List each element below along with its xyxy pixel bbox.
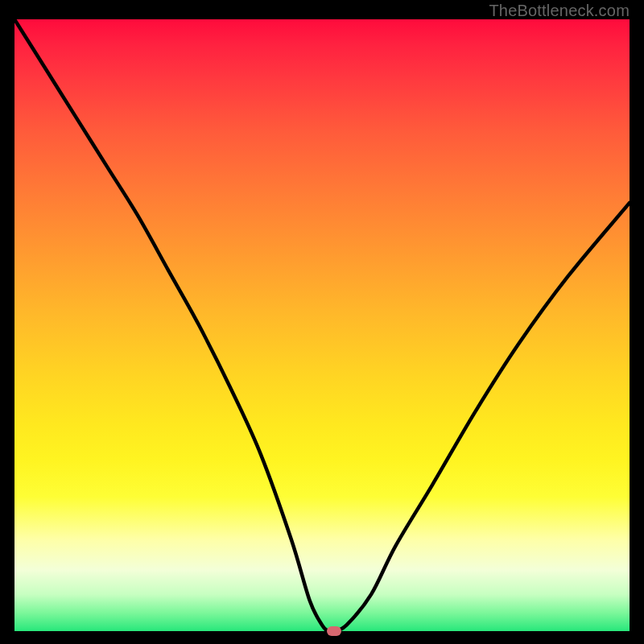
- minimum-marker: [327, 626, 341, 636]
- bottleneck-curve: [14, 19, 630, 631]
- plot-area: [14, 19, 630, 631]
- watermark-text: TheBottleneck.com: [489, 2, 630, 20]
- chart-frame: TheBottleneck.com: [0, 0, 644, 644]
